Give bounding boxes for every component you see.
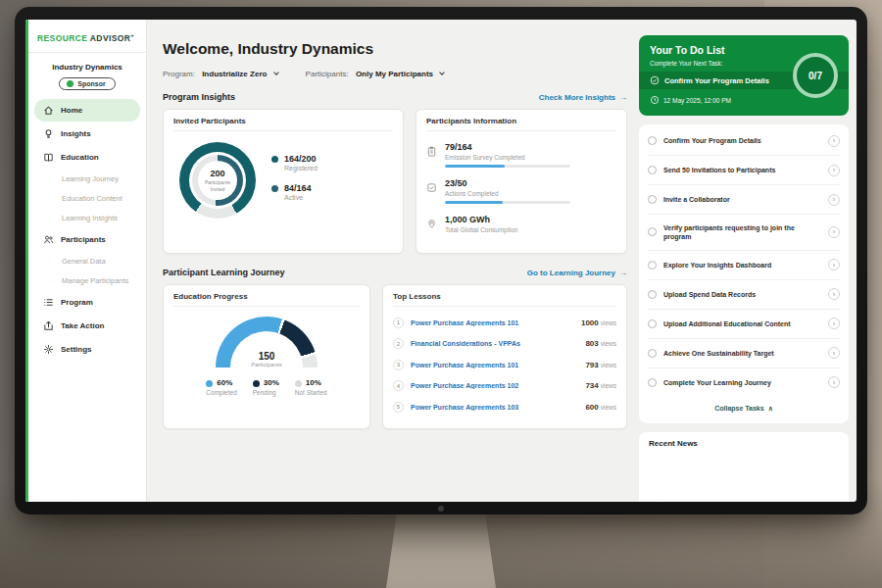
info-label: Total Global Consumption (445, 226, 517, 233)
todo-card: Your To Do List Complete Your Next Task:… (639, 35, 849, 116)
task-item[interactable]: Achieve One Sustainability Target › (648, 339, 840, 368)
task-checkbox[interactable] (648, 227, 657, 236)
chevron-right-icon[interactable]: › (828, 288, 840, 300)
sidebar-item-learning-journey[interactable]: Learning Journey (34, 170, 140, 188)
lesson-link[interactable]: Power Purchase Agreements 101 (411, 362, 578, 368)
monitor-bezel: RESOURCE ADVISOR+ Industry Dynamics Spon… (15, 7, 867, 514)
chevron-right-icon[interactable]: › (828, 376, 840, 388)
legend-item: 84/164 Active (271, 183, 318, 201)
participants-filter-value: Only My Participants (356, 70, 433, 78)
lesson-rank: 1 (393, 318, 404, 328)
program-filter[interactable]: Program: Industrialize Zero (163, 70, 278, 78)
chevron-right-icon[interactable]: › (828, 259, 840, 270)
task-item[interactable]: Upload Spend Data Records › (648, 280, 840, 310)
task-item[interactable]: Send 50 Invitations to Participants › (648, 156, 840, 185)
gauge-center-value: 150 (216, 351, 318, 362)
completed-dot-icon (206, 380, 213, 387)
chevron-right-icon[interactable]: › (828, 347, 840, 359)
lesson-row: 3 Power Purchase Agreements 101 793views (393, 360, 616, 370)
actions-icon (426, 179, 437, 204)
todo-panel: Your To Do List Complete Your Next Task:… (639, 20, 857, 502)
progress-bar (445, 165, 570, 168)
lesson-row: 5 Power Purchase Agreements 103 600views (393, 402, 616, 413)
todo-due-label: 12 May 2025, 12:00 PM (663, 97, 731, 104)
task-checkbox[interactable] (648, 319, 657, 328)
insights-icon (43, 128, 54, 139)
sidebar-item-settings[interactable]: Settings (34, 338, 140, 361)
lesson-views-label: views (601, 340, 616, 347)
lesson-rank: 3 (393, 360, 404, 370)
chevron-right-icon[interactable]: › (828, 135, 840, 147)
go-to-learning-journey-link[interactable]: Go to Learning Journey → (527, 269, 627, 277)
info-row: 23/50 Actions Completed (426, 178, 616, 204)
list-icon (43, 297, 54, 308)
filter-bar: Program: Industrialize Zero Participants… (163, 70, 627, 78)
program-filter-label: Program: (163, 70, 195, 78)
sidebar-item-participants[interactable]: Participants (34, 228, 140, 251)
arrow-right-icon: → (619, 93, 627, 102)
chevron-right-icon[interactable]: › (828, 226, 840, 238)
invited-participants-donut: 200 Participants Invited (179, 142, 256, 219)
invited-participants-card: Invited Participants 200 Participants In… (163, 109, 404, 254)
lesson-link[interactable]: Power Purchase Agreements 102 (411, 382, 578, 389)
sidebar-item-insights[interactable]: Insights (34, 122, 140, 145)
sidebar-item-program[interactable]: Program (34, 291, 140, 314)
caret-up-icon: ∧ (768, 405, 773, 413)
info-value: 23/50 (445, 178, 570, 188)
sidebar-item-education[interactable]: Education (34, 146, 140, 169)
task-checkbox[interactable] (648, 136, 657, 145)
sidebar-item-education-content[interactable]: Education Content (34, 189, 140, 208)
lesson-link[interactable]: Power Purchase Agreements 103 (411, 404, 578, 411)
task-checkbox[interactable] (648, 349, 657, 358)
task-label: Send 50 Invitations to Participants (663, 166, 821, 174)
pin-icon (426, 216, 437, 237)
clock-icon (650, 95, 660, 105)
recent-news-header[interactable]: Recent News (639, 432, 849, 502)
gauge-center: 150 Participants (216, 351, 318, 368)
sidebar-item-learning-insights[interactable]: Learning Insights (34, 209, 140, 227)
task-checkbox[interactable] (648, 261, 657, 270)
sidebar-item-label: Learning Insights (62, 214, 118, 222)
sidebar-item-home[interactable]: Home (34, 99, 140, 122)
task-checkbox[interactable] (648, 378, 657, 387)
check-more-insights-link[interactable]: Check More Insights → (539, 93, 627, 102)
card-title: Education Progress (173, 292, 360, 307)
task-item[interactable]: Invite a Collaborator › (648, 185, 840, 215)
sidebar-item-manage-participants[interactable]: Manage Participants (34, 271, 140, 290)
survey-icon (426, 143, 437, 168)
sidebar-item-label: Learning Journey (62, 174, 119, 183)
donut-center: 200 Participants Invited (199, 162, 236, 199)
lesson-views: 734 (585, 381, 598, 390)
sidebar-item-general-data[interactable]: General Data (34, 252, 140, 270)
participants-filter[interactable]: Participants: Only My Participants (306, 70, 445, 78)
chevron-right-icon[interactable]: › (828, 165, 840, 176)
task-checkbox[interactable] (648, 166, 657, 174)
collapse-tasks-button[interactable]: Collapse Tasks ∧ (648, 397, 840, 421)
page-title: Welcome, Industry Dynamics (163, 40, 627, 58)
chevron-right-icon[interactable]: › (828, 194, 840, 206)
task-item[interactable]: Upload Additional Educational Content › (648, 310, 840, 339)
top-lessons-card: Top Lessons 1 Power Purchase Agreements … (382, 284, 627, 429)
section-title: Participant Learning Journey (163, 268, 285, 277)
task-item[interactable]: Complete Your Learning Journey › (648, 368, 840, 397)
chevron-right-icon[interactable]: › (828, 318, 840, 329)
section-title: Program Insights (163, 92, 235, 102)
task-checkbox[interactable] (648, 195, 657, 204)
gauge-legend: 60% Completed 30% Pending 10% Not Starte… (206, 378, 326, 396)
progress-bar (445, 201, 570, 204)
lesson-link[interactable]: Power Purchase Agreements 101 (411, 319, 574, 326)
lesson-row: 4 Power Purchase Agreements 102 734views (393, 380, 616, 391)
task-checkbox[interactable] (648, 290, 657, 299)
task-item[interactable]: Verify participants requesting to join t… (648, 215, 840, 251)
sidebar-item-take-action[interactable]: Take Action (34, 315, 140, 337)
task-item[interactable]: Explore Your Insights Dashboard › (648, 251, 840, 280)
pending-dot-icon (253, 380, 260, 387)
lesson-views-label: views (601, 362, 616, 368)
lesson-link[interactable]: Financial Considerations - VPPAs (411, 340, 578, 347)
task-label: Verify participants requesting to join t… (663, 223, 821, 242)
sponsor-badge[interactable]: Sponsor (59, 77, 115, 90)
task-item[interactable]: Confirm Your Program Details › (648, 126, 840, 156)
app-logo: RESOURCE ADVISOR+ (28, 20, 146, 53)
legend-value: 60% (217, 378, 232, 387)
lesson-views-label: views (601, 382, 616, 389)
